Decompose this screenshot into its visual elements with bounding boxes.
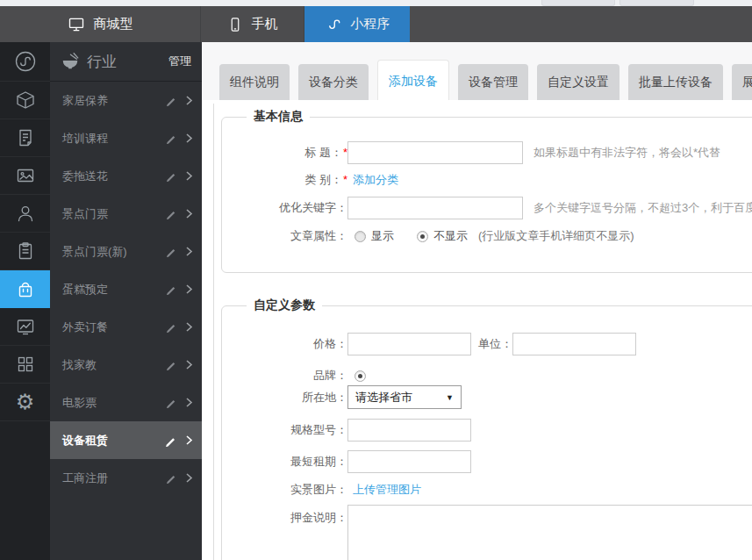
keywords-row: 优化关键字： 多个关键字逗号分隔，不超过3个，利于百度搜索	[222, 197, 752, 219]
chevron-right-icon[interactable]	[185, 170, 193, 182]
gear-icon: ⚙	[16, 391, 35, 413]
location-label: 所在地：	[222, 390, 347, 406]
image-icon	[15, 165, 36, 186]
nav-tab-mall[interactable]: 商城型	[0, 6, 201, 42]
edit-pencil-icon[interactable]	[166, 170, 177, 182]
edit-pencil-icon[interactable]	[166, 284, 177, 295]
unit-label: 单位：	[478, 336, 512, 352]
sidebar-item-active[interactable]: 设备租赁	[50, 421, 202, 459]
chevron-right-icon[interactable]	[185, 321, 193, 333]
chevron-right-icon[interactable]	[185, 472, 193, 484]
rail-item-media[interactable]	[0, 157, 50, 195]
edit-pencil-icon[interactable]	[166, 397, 177, 408]
sidebar-item[interactable]: 培训课程	[50, 119, 202, 157]
sidebar-item[interactable]: 找家教	[50, 346, 202, 384]
sidebar-item[interactable]: 工商注册	[50, 459, 202, 497]
sidebar-title: 行业	[87, 52, 168, 72]
deposit-textarea[interactable]	[347, 505, 752, 560]
tab-batch-upload[interactable]: 批量上传设备	[628, 64, 723, 100]
tab-device-manage[interactable]: 设备管理	[458, 64, 528, 100]
nav-tab-miniprogram[interactable]: 小程序	[304, 6, 410, 42]
tab-partial[interactable]: 展	[732, 64, 752, 100]
province-select[interactable]: 请选择省市 ▼	[347, 385, 462, 409]
rail-item-stats[interactable]	[0, 308, 50, 346]
clipboard-icon	[15, 241, 36, 262]
phone-icon	[227, 17, 243, 32]
basic-info-legend: 基本信息	[247, 109, 310, 125]
chevron-right-icon[interactable]	[185, 284, 193, 295]
bowl-icon	[61, 52, 80, 71]
price-label: 价格：	[222, 336, 347, 352]
edit-pencil-icon[interactable]	[166, 359, 177, 370]
rail-item-apps[interactable]	[0, 346, 50, 384]
nav-tab-label: 小程序	[351, 16, 390, 32]
edit-pencil-icon[interactable]	[166, 133, 177, 144]
chevron-right-icon[interactable]	[185, 397, 193, 408]
min-rent-input[interactable]	[347, 450, 471, 473]
monitor-icon	[68, 16, 85, 33]
chevron-right-icon[interactable]	[185, 359, 193, 370]
hide-radio[interactable]	[417, 231, 428, 242]
rail-item-settings[interactable]: ⚙	[0, 384, 50, 421]
title-hint: 如果标题中有非法字符，将会以*代替	[534, 145, 720, 161]
brand-radio[interactable]	[355, 370, 366, 382]
strip-button-stub	[541, 0, 615, 6]
main-content: 组件说明 设备分类 添加设备 设备管理 自定义设置 批量上传设备 展 基本信息 …	[202, 42, 752, 560]
sidebar-item[interactable]: 景点门票(新)	[50, 233, 202, 270]
chevron-right-icon[interactable]	[185, 434, 193, 446]
show-radio[interactable]	[355, 231, 366, 242]
deposit-row: 押金说明：	[222, 505, 752, 560]
model-input[interactable]	[347, 419, 471, 442]
rail-item-shop[interactable]	[0, 270, 50, 308]
add-category-link[interactable]: 添加分类	[353, 172, 398, 188]
tab-add-device[interactable]: 添加设备	[377, 60, 449, 100]
min-rent-label: 最短租期：	[222, 454, 347, 470]
keywords-input[interactable]	[347, 197, 523, 219]
basic-info-section: 基本信息 标 题：* 如果标题中有非法字符，将会以*代替 类 别：* 添加分类 …	[221, 117, 752, 273]
strip-button-stub	[620, 0, 694, 6]
upload-images-link[interactable]: 上传管理图片	[353, 482, 421, 498]
chevron-right-icon[interactable]	[185, 95, 193, 106]
rail-item-articles[interactable]	[0, 119, 50, 157]
sidebar-item[interactable]: 家居保养	[50, 82, 202, 119]
chevron-right-icon[interactable]	[185, 208, 193, 219]
document-icon	[15, 127, 36, 148]
rail-item-products[interactable]	[0, 82, 50, 119]
title-label: 标 题：*	[222, 145, 347, 161]
price-input[interactable]	[347, 333, 471, 355]
content-left-divider	[213, 104, 214, 560]
nav-tab-mobile[interactable]: 手机	[201, 6, 304, 42]
tab-custom-settings[interactable]: 自定义设置	[537, 64, 620, 100]
dropdown-arrow-icon: ▼	[446, 393, 454, 402]
chevron-right-icon[interactable]	[185, 133, 193, 144]
sidebar: 行业 管理 家居保养 培训课程 委拖送花 景点门票 景点门票(新)	[50, 42, 202, 560]
edit-pencil-icon[interactable]	[166, 321, 177, 333]
edit-pencil-icon[interactable]	[166, 246, 177, 257]
required-mark: *	[343, 173, 347, 186]
title-input[interactable]	[347, 141, 523, 164]
attribute-row: 文章属性： 显示 不显示 (行业版文章手机详细页不显示)	[222, 228, 752, 244]
rail-item-miniprogram[interactable]	[0, 42, 50, 82]
edit-pencil-icon[interactable]	[166, 472, 177, 484]
tab-component-info[interactable]: 组件说明	[219, 64, 290, 100]
sidebar-item[interactable]: 蛋糕预定	[50, 270, 202, 308]
rail-item-orders[interactable]	[0, 233, 50, 270]
manage-button[interactable]: 管理	[168, 54, 191, 69]
rail-item-members[interactable]	[0, 195, 50, 233]
title-row: 标 题：* 如果标题中有非法字符，将会以*代替	[222, 141, 752, 164]
sidebar-item[interactable]: 外卖订餐	[50, 308, 202, 346]
top-nav: 商城型 手机 小程序	[0, 6, 752, 42]
top-strip	[0, 0, 752, 6]
sidebar-item[interactable]: 委拖送花	[50, 157, 202, 195]
min-rent-row: 最短租期：	[222, 450, 752, 473]
edit-pencil-icon[interactable]	[166, 208, 177, 219]
tab-device-category[interactable]: 设备分类	[298, 64, 369, 100]
user-icon	[15, 203, 36, 224]
unit-input[interactable]	[512, 333, 636, 355]
chevron-right-icon[interactable]	[185, 246, 193, 257]
sidebar-item[interactable]: 景点门票	[50, 195, 202, 233]
photos-label: 实景图片：	[222, 482, 347, 498]
edit-pencil-icon[interactable]	[165, 434, 177, 447]
edit-pencil-icon[interactable]	[166, 95, 177, 106]
sidebar-item[interactable]: 电影票	[50, 384, 202, 421]
